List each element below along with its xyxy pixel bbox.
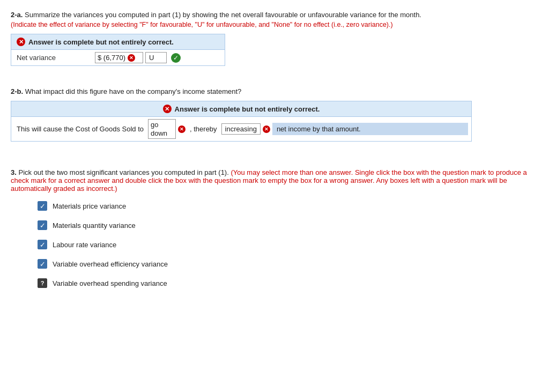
net-variance-value: $ (6,770) bbox=[98, 54, 125, 62]
net-income-text: net income by that amount. bbox=[272, 123, 468, 135]
part2a-answer-box: ✕ Answer is complete but not entirely co… bbox=[11, 34, 225, 66]
variance-direction-value: U bbox=[149, 54, 154, 62]
effect-dropdown[interactable]: increasing bbox=[221, 123, 261, 135]
part2b-answer-box: ✕ Answer is complete but not entirely co… bbox=[11, 101, 472, 142]
direction-value: go bbox=[151, 121, 158, 129]
checkbox-question-icon[interactable]: ? bbox=[38, 278, 47, 288]
section-3: 3. Pick out the two most significant var… bbox=[11, 168, 538, 288]
checkbox-label: Variable overhead efficiency variance bbox=[53, 260, 168, 268]
checkbox-label: Materials quantity variance bbox=[53, 221, 136, 230]
comma-text: , thereby bbox=[188, 124, 219, 134]
part2a-instruction: (Indicate the effect of variance by sele… bbox=[11, 21, 538, 28]
effect-value: increasing bbox=[225, 125, 257, 133]
checkbox-item-1[interactable]: ✓Materials quantity variance bbox=[38, 220, 538, 230]
part2b-bold: 2-b. bbox=[11, 87, 23, 95]
part2a-bold: 2-a. bbox=[11, 11, 23, 19]
part2b-answer-label: Answer is complete but not entirely corr… bbox=[175, 105, 320, 113]
checkbox-label: Variable overhead spending variance bbox=[53, 279, 167, 287]
checkbox-list: ✓Materials price variance✓Materials quan… bbox=[11, 201, 538, 288]
checkbox-checked-icon[interactable]: ✓ bbox=[38, 201, 47, 211]
net-variance-label: Net variance bbox=[14, 53, 95, 63]
checkbox-item-4[interactable]: ?Variable overhead spending variance bbox=[38, 278, 538, 288]
check-green-icon: ✓ bbox=[171, 53, 181, 63]
error-icon: ✕ bbox=[17, 38, 25, 46]
error-icon-2b: ✕ bbox=[163, 105, 172, 113]
sentence-start: This will cause the Cost of Goods Sold t… bbox=[14, 124, 146, 134]
checkbox-label: Materials price variance bbox=[53, 202, 126, 210]
part2b-answer-header: ✕ Answer is complete but not entirely co… bbox=[11, 101, 471, 116]
part3-bold: 3. bbox=[11, 168, 17, 176]
checkbox-item-0[interactable]: ✓Materials price variance bbox=[38, 201, 538, 211]
part3-title: 3. Pick out the two most significant var… bbox=[11, 168, 538, 193]
checkbox-item-2[interactable]: ✓Labour rate variance bbox=[38, 240, 538, 249]
direction-dropdown[interactable]: go down bbox=[148, 119, 176, 139]
part2a-title-text: Summarize the variances you computed in … bbox=[23, 11, 421, 19]
section-2a: 2-a. Summarize the variances you compute… bbox=[11, 11, 538, 66]
part2b-title: 2-b. What impact did this figure have on… bbox=[11, 87, 538, 95]
part2a-answer-header: ✕ Answer is complete but not entirely co… bbox=[11, 34, 225, 49]
variance-direction-dropdown[interactable]: U bbox=[145, 52, 167, 63]
checkbox-item-3[interactable]: ✓Variable overhead efficiency variance bbox=[38, 259, 538, 269]
net-variance-input[interactable]: $ (6,770) ✕ bbox=[95, 52, 143, 63]
net-variance-clear-btn[interactable]: ✕ bbox=[128, 54, 135, 62]
part2a-title: 2-a. Summarize the variances you compute… bbox=[11, 11, 538, 19]
section-2b: 2-b. What impact did this figure have on… bbox=[11, 87, 538, 142]
part3-title-text: Pick out the two most significant varian… bbox=[17, 168, 229, 176]
net-variance-row: Net variance $ (6,770) ✕ U ✓ bbox=[11, 49, 225, 65]
direction-clear-btn[interactable]: ✕ bbox=[178, 125, 186, 133]
sentence-row: This will cause the Cost of Goods Sold t… bbox=[11, 116, 471, 141]
checkbox-checked-icon[interactable]: ✓ bbox=[38, 259, 47, 269]
direction-value2: down bbox=[151, 129, 167, 138]
checkbox-checked-icon[interactable]: ✓ bbox=[38, 220, 47, 230]
checkbox-label: Labour rate variance bbox=[53, 241, 116, 249]
part2a-answer-label: Answer is complete but not entirely corr… bbox=[28, 38, 174, 46]
effect-clear-btn[interactable]: ✕ bbox=[263, 125, 270, 133]
checkbox-checked-icon[interactable]: ✓ bbox=[38, 240, 47, 249]
part2b-title-text: What impact did this figure have on the … bbox=[23, 87, 241, 95]
